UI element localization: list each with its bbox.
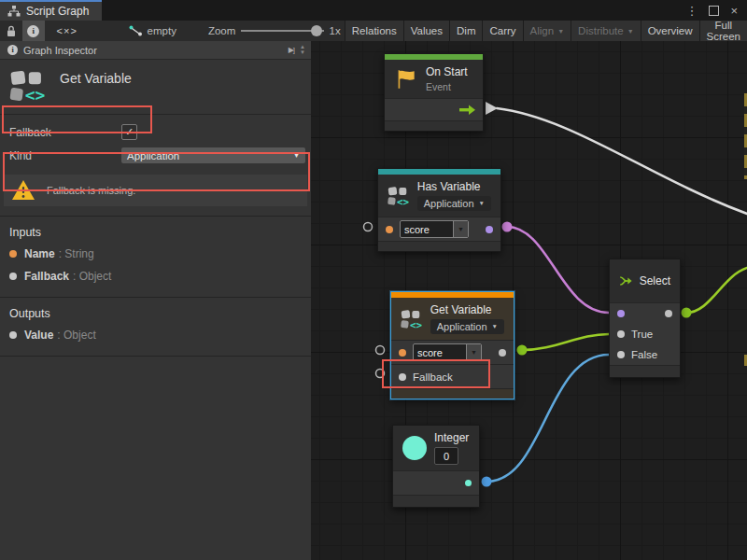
- input-port-row: Name : String: [0, 243, 311, 265]
- wire-getvariable-select-true[interactable]: [522, 334, 609, 350]
- node-title: Has Variable: [417, 180, 491, 193]
- node-integer[interactable]: Integer: [392, 425, 480, 508]
- name-input-port[interactable]: [386, 226, 393, 233]
- string-port-dot: [9, 250, 17, 258]
- title-bar: Script Graph ⋮ ×: [0, 0, 747, 21]
- dim-button[interactable]: Dim: [449, 21, 482, 41]
- bool-output-port[interactable]: [486, 226, 493, 233]
- node-on-start[interactable]: On Start Event: [384, 53, 484, 132]
- chevron-down-icon: ▼: [293, 152, 300, 159]
- inputs-heading: Inputs: [0, 217, 311, 243]
- condition-input-port[interactable]: [617, 310, 625, 317]
- node-subtitle: Event: [426, 81, 468, 92]
- select-icon: [619, 272, 632, 290]
- node-has-variable[interactable]: <> Has Variable Application ▼ ▼: [377, 168, 501, 252]
- integer-value-field[interactable]: [434, 447, 458, 465]
- kind-dropdown[interactable]: Application ▼: [417, 196, 491, 211]
- chevron-down-icon[interactable]: ▼: [466, 344, 481, 360]
- relations-button[interactable]: Relations: [345, 21, 403, 41]
- false-port-label: False: [631, 349, 657, 360]
- window-maximize-icon[interactable]: [709, 6, 719, 16]
- input-port-row: Fallback : Object: [0, 265, 311, 287]
- lock-icon: [6, 25, 17, 37]
- zoom-slider[interactable]: [241, 21, 323, 41]
- graph-inspector-panel: i Graph Inspector ▶] ▲▼ <> Get Variable …: [0, 41, 312, 560]
- graph-icon: [7, 6, 21, 17]
- false-input-port[interactable]: [617, 351, 625, 358]
- integer-value-input[interactable]: [435, 451, 458, 462]
- wire-select-offscreen[interactable]: [686, 268, 747, 313]
- unconnected-port-ring[interactable]: [364, 223, 373, 231]
- variables-icon: <>: [401, 309, 423, 329]
- inspector-header: i Graph Inspector ▶] ▲▼: [0, 41, 311, 60]
- true-input-port[interactable]: [617, 330, 625, 338]
- wire-endpoint[interactable]: [517, 345, 528, 356]
- kind-dropdown[interactable]: Application ▼: [430, 319, 504, 334]
- output-port-row: Value : Object: [0, 324, 311, 346]
- variable-name-field[interactable]: ▼: [413, 343, 482, 361]
- graph-canvas[interactable]: On Start Event <>: [311, 41, 747, 560]
- node-get-variable[interactable]: <> Get Variable Application ▼ ▼: [390, 291, 514, 399]
- kind-value: Application: [127, 150, 293, 161]
- inspected-node-header: <> Get Variable: [0, 60, 311, 115]
- zoom-slider-handle[interactable]: [311, 25, 322, 36]
- unity-script-graph-window: Script Graph ⋮ × i <×> empty Zoom: [0, 0, 747, 560]
- distribute-button[interactable]: Distribute▼: [571, 21, 641, 41]
- fallback-input-port[interactable]: [399, 373, 406, 381]
- flow-output-port[interactable]: [459, 105, 475, 115]
- selection-output-port[interactable]: [665, 310, 672, 317]
- inspector-toggle-button[interactable]: i: [22, 21, 45, 41]
- variable-name-input[interactable]: [414, 347, 466, 358]
- flag-icon: [394, 67, 418, 91]
- dock-icon[interactable]: ▶]: [289, 46, 294, 54]
- node-select[interactable]: Select True False: [609, 259, 681, 378]
- integer-output-port[interactable]: [465, 480, 472, 486]
- wire-endpoint[interactable]: [502, 222, 513, 232]
- check-icon: ✓: [125, 126, 134, 138]
- info-icon: i: [27, 25, 39, 37]
- unconnected-port-ring[interactable]: [376, 346, 385, 355]
- scroll-arrows[interactable]: ▲▼: [300, 45, 307, 55]
- values-button[interactable]: Values: [403, 21, 449, 41]
- wire-arrow-connector[interactable]: [486, 102, 498, 115]
- svg-text:<>: <>: [25, 85, 46, 103]
- inspector-node-title: Get Variable: [60, 69, 132, 86]
- wire-onstart-offscreen[interactable]: [497, 108, 747, 214]
- variables-icon: <>: [388, 186, 410, 206]
- node-title: On Start: [426, 65, 468, 78]
- info-icon: i: [7, 45, 18, 55]
- node-title: Get Variable: [430, 303, 504, 316]
- carry-button[interactable]: Carry: [482, 21, 522, 41]
- wire-endpoint[interactable]: [682, 308, 692, 318]
- tab-script-graph[interactable]: Script Graph: [0, 0, 102, 21]
- lock-button[interactable]: [0, 21, 22, 41]
- wire-endpoint[interactable]: [482, 477, 492, 487]
- fullscreen-button[interactable]: Full Screen: [699, 21, 747, 41]
- fallback-checkbox[interactable]: ✓: [121, 124, 137, 140]
- chevron-down-icon[interactable]: ▼: [453, 221, 468, 237]
- window-menu-icon[interactable]: ⋮: [685, 5, 698, 17]
- values-toggle-button[interactable]: <×>: [45, 21, 90, 41]
- chevron-down-icon: ▼: [627, 28, 634, 35]
- scroll-down-icon[interactable]: ▼: [300, 50, 305, 55]
- align-button[interactable]: Align▼: [523, 21, 571, 41]
- unconnected-port-ring[interactable]: [376, 370, 385, 378]
- graph-toolbar: i <×> empty Zoom 1x Relations Values Dim…: [0, 21, 747, 42]
- value-output-port[interactable]: [499, 349, 506, 357]
- overview-button[interactable]: Overview: [641, 21, 699, 41]
- chevron-down-icon: ▼: [479, 201, 485, 207]
- object-port-dot: [9, 331, 17, 339]
- integer-icon: [402, 436, 427, 460]
- object-port-dot: [9, 273, 17, 280]
- kind-dropdown[interactable]: Application ▼: [121, 147, 305, 163]
- variable-name-field[interactable]: ▼: [400, 220, 469, 238]
- svg-text:<>: <>: [397, 195, 410, 205]
- window-close-icon[interactable]: ×: [730, 5, 738, 17]
- name-input-port[interactable]: [399, 349, 406, 357]
- fallback-label: Fallback: [9, 126, 121, 139]
- node-title: Integer: [434, 431, 469, 444]
- tab-title: Script Graph: [26, 5, 89, 18]
- chevron-down-icon: ▼: [492, 324, 498, 330]
- wire-hasvariable-select[interactable]: [507, 227, 609, 313]
- variable-name-input[interactable]: [401, 224, 453, 235]
